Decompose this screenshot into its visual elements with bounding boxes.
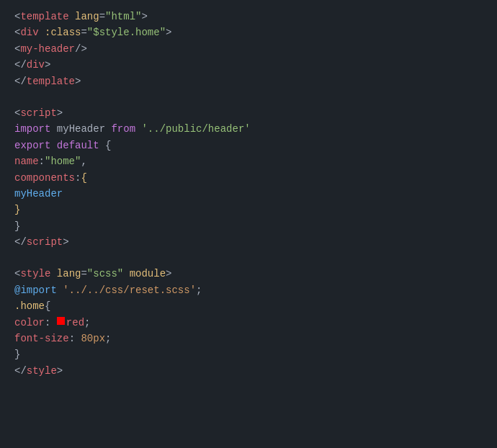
code-line: .home{ xyxy=(0,298,497,314)
token: : xyxy=(69,331,81,346)
code-editor: <template lang="html"> <div :class="$sty… xyxy=(0,0,497,448)
token: < xyxy=(14,105,20,121)
token: .home xyxy=(14,298,45,314)
token: = xyxy=(99,9,105,24)
token: font-size xyxy=(14,331,69,346)
token: = xyxy=(81,24,86,40)
token: > xyxy=(57,363,63,379)
token: my-header xyxy=(20,41,75,57)
token: > xyxy=(141,9,147,24)
token: { xyxy=(99,138,112,153)
token: </ xyxy=(14,73,27,89)
token xyxy=(57,282,63,298)
token: name xyxy=(14,153,39,169)
token: > xyxy=(75,73,81,89)
token: div xyxy=(20,24,38,40)
token xyxy=(50,138,56,153)
token: /> xyxy=(75,41,87,57)
token: : xyxy=(75,170,81,186)
code-line: color: red; xyxy=(0,315,497,331)
code-line: name:"home", xyxy=(0,153,497,169)
code-line: import myHeader from '../public/header' xyxy=(0,121,497,137)
token: = xyxy=(81,266,86,282)
token: ; xyxy=(196,282,202,298)
token: style xyxy=(27,363,57,379)
token: components xyxy=(14,170,75,186)
token: "home" xyxy=(45,153,81,169)
token: < xyxy=(14,9,20,24)
token: ; xyxy=(84,315,90,331)
token: 80px xyxy=(81,331,105,346)
token: } xyxy=(14,202,20,218)
token: > xyxy=(166,266,171,282)
token: </ xyxy=(14,363,27,379)
code-line: <my-header/> xyxy=(0,41,497,57)
code-line: export default { xyxy=(0,138,497,153)
token: script xyxy=(27,234,63,250)
token: lang xyxy=(69,9,99,24)
token: '../../css/reset.scss' xyxy=(63,282,196,298)
token: : xyxy=(45,315,57,331)
token: : xyxy=(39,153,45,169)
code-line: <template lang="html"> xyxy=(0,9,497,24)
token: } xyxy=(14,218,20,234)
token: lang xyxy=(50,266,81,282)
token: red xyxy=(66,315,84,331)
code-line: } xyxy=(0,218,497,234)
token: > xyxy=(57,105,63,121)
token: :class xyxy=(39,24,81,40)
token: default xyxy=(57,138,99,153)
token: color xyxy=(14,315,45,331)
token: '../public/header' xyxy=(141,121,250,137)
token: { xyxy=(81,170,86,186)
token: < xyxy=(14,266,20,282)
token: { xyxy=(45,298,50,314)
token: @import xyxy=(14,282,57,298)
token: "scss" xyxy=(87,266,123,282)
token: > xyxy=(63,234,68,250)
color-swatch xyxy=(57,317,65,325)
code-line: font-size: 80px; xyxy=(0,331,497,346)
token: myHeader xyxy=(50,121,111,137)
code-line: </style> xyxy=(0,363,497,379)
code-line: @import '../../css/reset.scss'; xyxy=(0,282,497,298)
token: </ xyxy=(14,234,27,250)
token: template xyxy=(20,9,68,24)
token: style xyxy=(20,266,50,282)
code-line: <script> xyxy=(0,105,497,121)
code-line: <div :class="$style.home"> xyxy=(0,24,497,40)
token: export xyxy=(14,138,50,153)
token: div xyxy=(27,57,45,73)
code-line: </script> xyxy=(0,234,497,250)
token: < xyxy=(14,24,20,40)
token: > xyxy=(45,57,50,73)
token: </ xyxy=(14,57,27,73)
token: } xyxy=(14,346,20,362)
token: import xyxy=(14,121,50,137)
code-line xyxy=(0,250,497,266)
code-line: } xyxy=(0,202,497,218)
code-line: <style lang="scss" module> xyxy=(0,266,497,282)
token: module xyxy=(123,266,166,282)
token: "html" xyxy=(105,9,141,24)
code-line: </template> xyxy=(0,73,497,89)
token: from xyxy=(111,121,135,137)
token: , xyxy=(81,153,86,169)
code-line: components:{ xyxy=(0,170,497,186)
code-line: myHeader xyxy=(0,186,497,202)
code-line xyxy=(0,89,497,105)
token: "$style.home" xyxy=(87,24,166,40)
token xyxy=(135,121,141,137)
token: myHeader xyxy=(14,186,63,202)
token: script xyxy=(20,105,56,121)
token: template xyxy=(27,73,75,89)
code-line: } xyxy=(0,346,497,362)
code-line: </div> xyxy=(0,57,497,73)
token: ; xyxy=(105,331,111,346)
token: > xyxy=(166,24,171,40)
token: < xyxy=(14,41,20,57)
